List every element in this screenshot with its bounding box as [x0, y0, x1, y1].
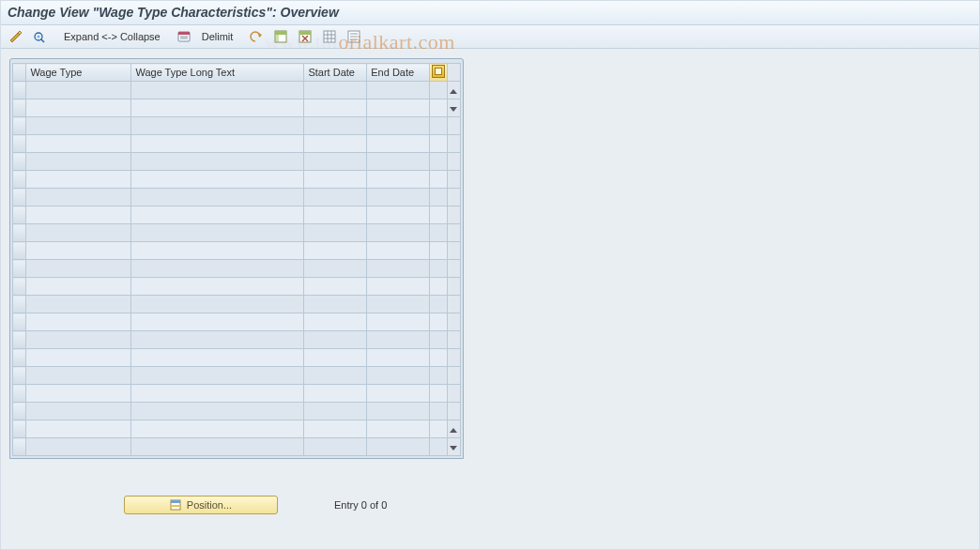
table-row[interactable] [13, 278, 461, 296]
scrollbar-track[interactable] [447, 224, 460, 242]
scrollbar-track[interactable] [447, 153, 460, 171]
cell[interactable] [367, 260, 430, 278]
cell[interactable] [131, 296, 304, 313]
scrollbar-track[interactable] [447, 296, 460, 313]
cell[interactable] [304, 313, 367, 331]
table-row[interactable] [13, 189, 461, 206]
row-selector[interactable] [13, 438, 26, 456]
cell[interactable] [26, 135, 131, 153]
cell[interactable] [304, 82, 367, 99]
scroll-down-icon[interactable] [450, 446, 457, 451]
cell[interactable] [26, 367, 131, 385]
cell[interactable] [367, 135, 430, 153]
table-row[interactable] [13, 206, 461, 224]
row-selector[interactable] [13, 242, 26, 260]
cell[interactable] [304, 99, 367, 117]
cell[interactable] [26, 242, 131, 260]
cell[interactable] [304, 349, 367, 367]
cell[interactable] [304, 403, 367, 420]
row-selector[interactable] [13, 331, 26, 349]
scrollbar-track[interactable] [447, 420, 460, 438]
table-row[interactable] [13, 153, 461, 171]
scrollbar-track[interactable] [447, 206, 460, 224]
cell[interactable] [131, 117, 304, 135]
cell[interactable] [367, 367, 430, 385]
row-selector[interactable] [13, 135, 26, 153]
undo-icon[interactable] [246, 28, 267, 45]
row-selector[interactable] [13, 153, 26, 171]
cell[interactable] [26, 99, 131, 117]
row-selector[interactable] [13, 99, 26, 117]
cell[interactable] [304, 153, 367, 171]
row-selector[interactable] [13, 278, 26, 296]
cell[interactable] [367, 420, 430, 438]
cell[interactable] [367, 117, 430, 135]
table-row[interactable] [13, 117, 461, 135]
cell[interactable] [367, 313, 430, 331]
table-row[interactable] [13, 331, 461, 349]
cell[interactable] [26, 171, 131, 189]
row-selector-header[interactable] [13, 64, 26, 82]
scroll-down-icon[interactable] [450, 107, 457, 112]
cell[interactable] [26, 420, 131, 438]
scrollbar-track[interactable] [447, 189, 460, 206]
scrollbar-track[interactable] [447, 313, 460, 331]
cell[interactable] [26, 224, 131, 242]
cell[interactable] [131, 438, 304, 456]
cell[interactable] [131, 242, 304, 260]
cell[interactable] [304, 260, 367, 278]
cell[interactable] [304, 189, 367, 206]
toggle-change-icon[interactable] [6, 28, 26, 45]
cell[interactable] [131, 367, 304, 385]
scrollbar-track[interactable] [447, 403, 460, 420]
scrollbar-track[interactable] [447, 349, 460, 367]
scrollbar-track[interactable] [447, 367, 460, 385]
cell[interactable] [131, 278, 304, 296]
scrollbar-track[interactable] [447, 171, 460, 189]
cell[interactable] [26, 385, 131, 403]
cell[interactable] [26, 189, 131, 206]
cell[interactable] [26, 313, 131, 331]
table-row[interactable] [13, 135, 461, 153]
table-row[interactable] [13, 313, 461, 331]
cell[interactable] [131, 206, 304, 224]
cell[interactable] [367, 349, 430, 367]
cell[interactable] [367, 331, 430, 349]
cell[interactable] [367, 206, 430, 224]
cell[interactable] [304, 135, 367, 153]
cell[interactable] [304, 242, 367, 260]
data-grid[interactable]: Wage Type Wage Type Long Text Start Date… [12, 63, 461, 456]
row-selector[interactable] [13, 82, 26, 99]
cell[interactable] [367, 171, 430, 189]
expand-collapse-button[interactable]: Expand <-> Collapse [60, 28, 164, 45]
cell[interactable] [131, 331, 304, 349]
table-row[interactable] [13, 367, 461, 385]
cell[interactable] [304, 117, 367, 135]
cell[interactable] [26, 403, 131, 420]
cell[interactable] [304, 224, 367, 242]
table-row[interactable] [13, 385, 461, 403]
cell[interactable] [26, 117, 131, 135]
cell[interactable] [131, 313, 304, 331]
scroll-up-icon[interactable] [450, 428, 457, 433]
scrollbar-track[interactable] [447, 260, 460, 278]
cell[interactable] [131, 135, 304, 153]
table-row[interactable] [13, 420, 461, 438]
table-row[interactable] [13, 242, 461, 260]
row-selector[interactable] [13, 420, 26, 438]
cell[interactable] [304, 296, 367, 313]
table-row[interactable] [13, 260, 461, 278]
position-button[interactable]: Position... [124, 496, 278, 514]
table-row[interactable] [13, 296, 461, 313]
scrollbar-track[interactable] [447, 278, 460, 296]
row-selector[interactable] [13, 367, 26, 385]
cell[interactable] [131, 171, 304, 189]
cell[interactable] [367, 403, 430, 420]
cell[interactable] [131, 260, 304, 278]
row-selector[interactable] [13, 224, 26, 242]
cell[interactable] [26, 82, 131, 99]
cell[interactable] [304, 171, 367, 189]
deselect-all-icon[interactable] [295, 28, 315, 45]
print-icon[interactable] [344, 28, 364, 45]
cell[interactable] [131, 82, 304, 99]
